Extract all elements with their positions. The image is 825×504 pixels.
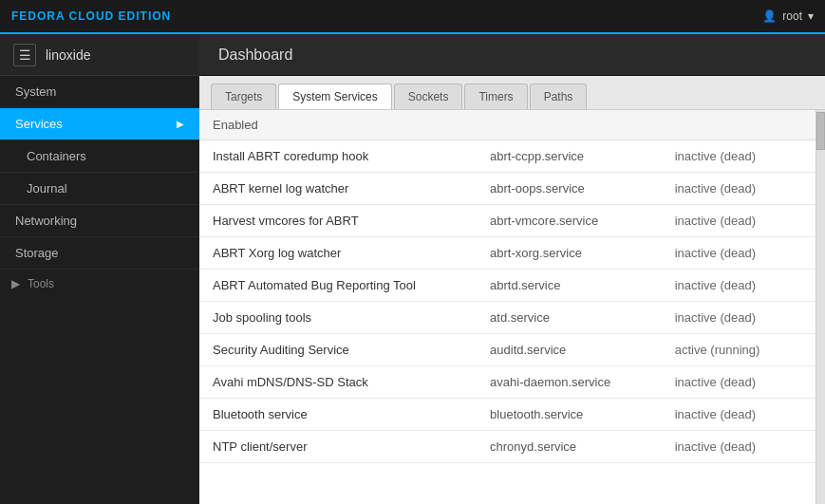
service-filename: chronyd.service <box>477 431 662 463</box>
service-filename: atd.service <box>477 302 662 334</box>
service-filename: auditd.service <box>477 334 662 366</box>
service-status: inactive (dead) <box>662 205 816 237</box>
sidebar-item-label-journal: Journal <box>27 181 67 196</box>
service-filename: abrt-oops.service <box>477 173 662 205</box>
service-filename: abrtd.service <box>477 270 662 302</box>
table-row[interactable]: Avahi mDNS/DNS-SD Stackavahi-daemon.serv… <box>199 366 816 399</box>
top-bar: FEDORA CLOUD EDITION 👤 root ▾ <box>0 0 825 34</box>
tabs-bar: Targets System Services Sockets Timers P… <box>199 76 825 110</box>
services-table-container[interactable]: Enabled Install ABRT coredump hookabrt-c… <box>199 110 816 504</box>
content-header: Dashboard <box>199 34 825 76</box>
sidebar-item-label-containers: Containers <box>27 149 86 163</box>
tab-system-services[interactable]: System Services <box>278 84 391 109</box>
service-filename: bluetooth.service <box>477 399 662 431</box>
brand-prefix: FEDORA <box>11 9 69 23</box>
table-row[interactable]: Security Auditing Serviceauditd.servicea… <box>199 334 816 366</box>
table-row[interactable]: Install ABRT coredump hookabrt-ccpp.serv… <box>199 140 816 173</box>
sidebar-item-services[interactable]: Services ▶ <box>0 108 199 140</box>
services-table: Install ABRT coredump hookabrt-ccpp.serv… <box>199 140 816 463</box>
content-area: Dashboard Targets System Services Socket… <box>199 34 825 504</box>
scrollbar[interactable] <box>816 110 825 504</box>
sidebar-item-storage[interactable]: Storage <box>0 237 199 270</box>
scrollbar-thumb[interactable] <box>816 112 825 150</box>
sidebar: ☰ linoxide System Services ▶ Containers … <box>0 34 199 504</box>
service-status: inactive (dead) <box>662 270 816 302</box>
table-row[interactable]: Harvest vmcores for ABRTabrt-vmcore.serv… <box>199 205 816 237</box>
top-bar-user-section[interactable]: 👤 root ▾ <box>762 9 814 23</box>
service-name: ABRT Xorg log watcher <box>199 237 477 270</box>
table-row[interactable]: ABRT Automated Bug Reporting Toolabrtd.s… <box>199 270 816 302</box>
sidebar-item-containers[interactable]: Containers <box>0 140 199 173</box>
user-label: root <box>782 9 802 23</box>
user-icon: 👤 <box>762 9 777 23</box>
service-name: Job spooling tools <box>199 302 477 334</box>
tab-targets[interactable]: Targets <box>211 84 276 109</box>
sidebar-item-label-system: System <box>15 84 56 99</box>
service-name: Harvest vmcores for ABRT <box>199 205 477 237</box>
service-name: Install ABRT coredump hook <box>199 140 477 173</box>
sidebar-group-tools[interactable]: ▶ Tools <box>0 270 199 298</box>
service-status: inactive (dead) <box>662 237 816 270</box>
sidebar-item-label-networking: Networking <box>15 214 77 228</box>
sidebar-item-networking[interactable]: Networking <box>0 205 199 237</box>
app-icon: ☰ <box>13 44 36 66</box>
sidebar-item-label-storage: Storage <box>15 246 59 260</box>
sidebar-item-system[interactable]: System <box>0 76 199 108</box>
service-filename: abrt-xorg.service <box>477 237 662 270</box>
service-status: inactive (dead) <box>662 366 816 399</box>
brand-label: FEDORA CLOUD EDITION <box>11 9 171 23</box>
tab-sockets[interactable]: Sockets <box>394 84 463 109</box>
service-name: Security Auditing Service <box>199 334 477 366</box>
service-status: inactive (dead) <box>662 173 816 205</box>
service-status: active (running) <box>662 334 816 366</box>
brand-highlight: CLOUD EDITION <box>69 9 172 23</box>
table-row[interactable]: Bluetooth servicebluetooth.serviceinacti… <box>199 399 816 431</box>
service-name: ABRT Automated Bug Reporting Tool <box>199 270 477 302</box>
user-dropdown-icon[interactable]: ▾ <box>808 9 814 23</box>
table-row[interactable]: Job spooling toolsatd.serviceinactive (d… <box>199 302 816 334</box>
tab-timers[interactable]: Timers <box>464 84 527 109</box>
sidebar-item-journal[interactable]: Journal <box>0 173 199 205</box>
app-title: linoxide <box>46 47 90 63</box>
section-label: Enabled <box>213 118 258 132</box>
sidebar-item-label-services: Services <box>15 117 63 131</box>
table-row[interactable]: NTP client/serverchronyd.serviceinactive… <box>199 431 816 463</box>
main-layout: ☰ linoxide System Services ▶ Containers … <box>0 34 825 504</box>
service-name: ABRT kernel log watcher <box>199 173 477 205</box>
table-row[interactable]: ABRT kernel log watcherabrt-oops.service… <box>199 173 816 205</box>
service-filename: abrt-ccpp.service <box>477 140 662 173</box>
service-filename: avahi-daemon.service <box>477 366 662 399</box>
service-filename: abrt-vmcore.service <box>477 205 662 237</box>
group-arrow-icon: ▶ <box>11 277 20 290</box>
arrow-icon: ▶ <box>177 119 184 129</box>
service-status: inactive (dead) <box>662 302 816 334</box>
service-status: inactive (dead) <box>662 140 816 173</box>
service-status: inactive (dead) <box>662 431 816 463</box>
service-status: inactive (dead) <box>662 399 816 431</box>
page-title: Dashboard <box>218 47 292 64</box>
sidebar-group-label-tools: Tools <box>28 277 54 290</box>
top-bar-brand-section: FEDORA CLOUD EDITION <box>11 9 171 23</box>
table-row[interactable]: ABRT Xorg log watcherabrt-xorg.servicein… <box>199 237 816 270</box>
sidebar-header: ☰ linoxide <box>0 34 199 76</box>
service-name: Avahi mDNS/DNS-SD Stack <box>199 366 477 399</box>
table-section-header: Enabled <box>199 110 816 140</box>
service-name: Bluetooth service <box>199 399 477 431</box>
service-name: NTP client/server <box>199 431 477 463</box>
tab-paths[interactable]: Paths <box>530 84 588 109</box>
